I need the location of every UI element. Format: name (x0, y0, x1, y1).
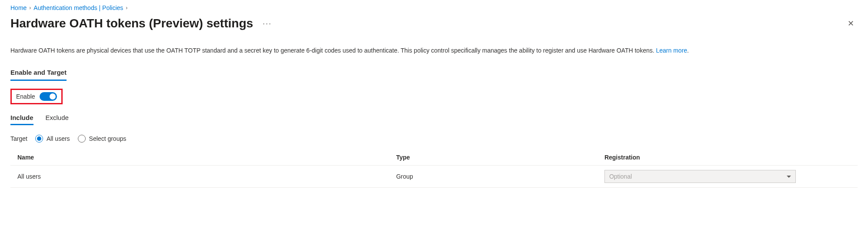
radio-icon (78, 135, 86, 143)
radio-label: Select groups (89, 135, 127, 142)
description-text: Hardware OATH tokens are physical device… (10, 47, 656, 54)
col-header-type: Type (396, 154, 604, 161)
col-header-registration: Registration (604, 154, 851, 161)
include-exclude-tabs: Include Exclude (10, 114, 858, 125)
table-header-row: Name Type Registration (10, 150, 858, 166)
table-row: All users Group Optional (10, 166, 858, 188)
section-tabs: Enable and Target (10, 67, 858, 81)
target-label: Target (10, 135, 27, 142)
radio-label: All users (47, 135, 70, 142)
cell-type: Group (396, 173, 604, 180)
tab-exclude[interactable]: Exclude (46, 114, 69, 125)
targets-table: Name Type Registration All users Group O… (10, 150, 858, 188)
learn-more-link[interactable]: Learn more (656, 47, 688, 54)
period: . (687, 47, 689, 54)
enable-toggle[interactable] (40, 92, 57, 101)
radio-all-users[interactable]: All users (35, 135, 70, 143)
radio-icon (35, 135, 43, 143)
breadcrumb: Home › Authentication methods | Policies… (10, 4, 858, 11)
target-row: Target All users Select groups (10, 135, 858, 143)
enable-label: Enable (16, 93, 35, 100)
cell-name: All users (17, 173, 396, 180)
chevron-right-icon: › (29, 5, 31, 11)
chevron-down-icon (787, 176, 791, 178)
enable-highlight-box: Enable (10, 89, 63, 104)
chevron-right-icon: › (126, 5, 127, 11)
col-header-name: Name (17, 154, 396, 161)
page-title: Hardware OATH tokens (Preview) settings (10, 17, 253, 30)
breadcrumb-home[interactable]: Home (10, 4, 27, 11)
registration-select[interactable]: Optional (604, 170, 796, 183)
toggle-knob (50, 93, 56, 100)
breadcrumb-auth-methods[interactable]: Authentication methods | Policies (33, 4, 123, 11)
more-actions-button[interactable]: ··· (260, 18, 274, 29)
select-value: Optional (609, 173, 632, 180)
tab-enable-and-target[interactable]: Enable and Target (10, 67, 67, 81)
page-header: Hardware OATH tokens (Preview) settings … (10, 17, 858, 30)
close-button[interactable]: ✕ (844, 17, 858, 30)
page-description: Hardware OATH tokens are physical device… (10, 46, 858, 55)
radio-select-groups[interactable]: Select groups (78, 135, 127, 143)
tab-include[interactable]: Include (10, 114, 33, 125)
